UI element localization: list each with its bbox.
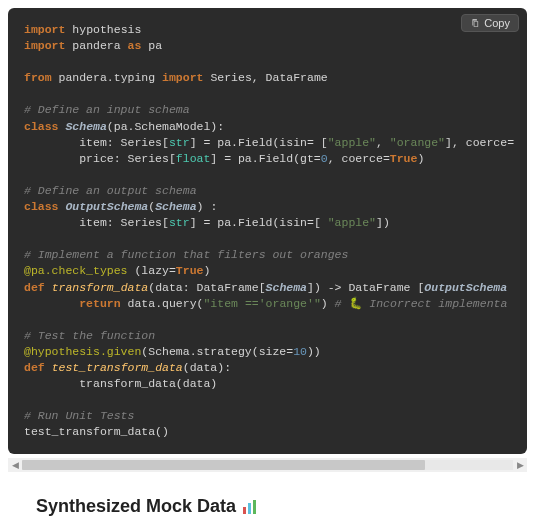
copy-label: Copy: [484, 17, 510, 29]
svg-rect-1: [248, 503, 251, 514]
heading-text: Synthesized Mock Data: [36, 496, 236, 517]
svg-rect-0: [243, 507, 246, 514]
svg-rect-2: [253, 500, 256, 514]
scroll-left-arrow[interactable]: ◀: [8, 458, 22, 472]
scroll-track[interactable]: [22, 460, 513, 470]
horizontal-scrollbar[interactable]: ◀ ▶: [8, 458, 527, 472]
bar-chart-icon: [242, 499, 258, 515]
code-content: import hypothesis import pandera as pa f…: [24, 22, 511, 440]
code-block: Copy import hypothesis import pandera as…: [8, 8, 527, 454]
copy-button[interactable]: Copy: [461, 14, 519, 32]
section-heading: Synthesized Mock Data: [36, 496, 499, 517]
scroll-thumb[interactable]: [22, 460, 425, 470]
content-area: Synthesized Mock Data item price 0 orang…: [0, 472, 535, 523]
scroll-right-arrow[interactable]: ▶: [513, 458, 527, 472]
copy-icon: [470, 18, 480, 28]
